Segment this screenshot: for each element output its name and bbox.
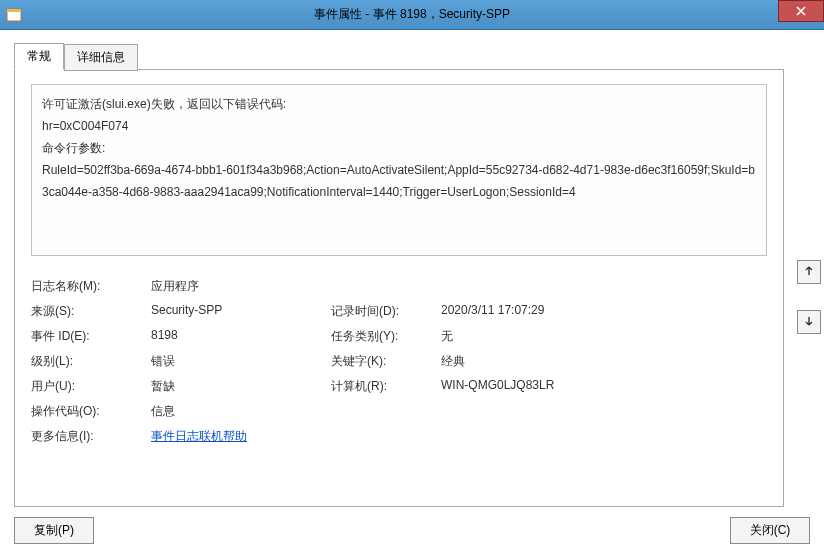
arrow-up-icon (804, 265, 814, 279)
svg-rect-1 (7, 9, 21, 12)
desc-line: 许可证激活(slui.exe)失败，返回以下错误代码: (42, 93, 756, 115)
label-event-id: 事件 ID(E): (31, 324, 151, 349)
label-user: 用户(U): (31, 374, 151, 399)
label-log-name: 日志名称(M): (31, 274, 151, 299)
label-computer: 计算机(R): (331, 374, 441, 399)
label-logged: 记录时间(D): (331, 299, 441, 324)
label-source: 来源(S): (31, 299, 151, 324)
value-user: 暂缺 (151, 374, 331, 399)
window-title: 事件属性 - 事件 8198，Security-SPP (0, 6, 824, 23)
nav-buttons (797, 260, 821, 334)
event-description-box: 许可证激活(slui.exe)失败，返回以下错误代码: hr=0xC004F07… (31, 84, 767, 256)
copy-button[interactable]: 复制(P) (14, 517, 94, 544)
value-task-category: 无 (441, 324, 661, 349)
value-log-name: 应用程序 (151, 274, 331, 299)
link-event-log-online-help[interactable]: 事件日志联机帮助 (151, 429, 247, 443)
close-icon (796, 3, 806, 19)
tab-strip: 常规 详细信息 (14, 42, 784, 69)
value-opcode: 信息 (151, 399, 331, 424)
desc-line: hr=0xC004F074 (42, 115, 756, 137)
value-logged: 2020/3/11 17:07:29 (441, 299, 661, 324)
tab-container: 常规 详细信息 许可证激活(slui.exe)失败，返回以下错误代码: hr=0… (14, 42, 784, 507)
desc-line: 命令行参数: (42, 137, 756, 159)
label-keywords: 关键字(K): (331, 349, 441, 374)
prev-event-button[interactable] (797, 260, 821, 284)
event-fields: 日志名称(M): 应用程序 来源(S): Security-SPP 记录时间(D… (31, 274, 767, 449)
label-opcode: 操作代码(O): (31, 399, 151, 424)
value-source: Security-SPP (151, 299, 331, 324)
label-level: 级别(L): (31, 349, 151, 374)
tab-panel-general: 许可证激活(slui.exe)失败，返回以下错误代码: hr=0xC004F07… (14, 69, 784, 507)
value-keywords: 经典 (441, 349, 661, 374)
value-computer: WIN-QMG0LJQ83LR (441, 374, 661, 399)
tab-details[interactable]: 详细信息 (64, 44, 138, 71)
title-bar: 事件属性 - 事件 8198，Security-SPP (0, 0, 824, 30)
window-close-button[interactable] (778, 0, 824, 22)
tab-general[interactable]: 常规 (14, 43, 64, 70)
desc-line: RuleId=502ff3ba-669a-4674-bbb1-601f34a3b… (42, 159, 756, 203)
label-task-category: 任务类别(Y): (331, 324, 441, 349)
value-level: 错误 (151, 349, 331, 374)
close-button[interactable]: 关闭(C) (730, 517, 810, 544)
dialog-buttons: 复制(P) 关闭(C) (14, 517, 810, 544)
next-event-button[interactable] (797, 310, 821, 334)
arrow-down-icon (804, 315, 814, 329)
value-event-id: 8198 (151, 324, 331, 349)
label-more-info: 更多信息(I): (31, 424, 151, 449)
client-area: 常规 详细信息 许可证激活(slui.exe)失败，返回以下错误代码: hr=0… (0, 30, 824, 554)
app-icon (6, 7, 22, 23)
